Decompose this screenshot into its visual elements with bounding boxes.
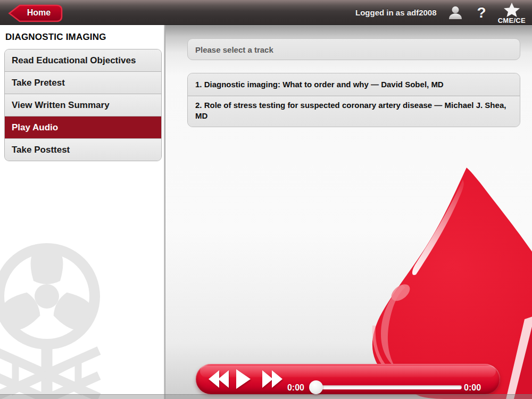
duration-time: 0:00 (464, 383, 491, 393)
track-list: 1. Diagnostic imaging: What to order and… (187, 73, 520, 127)
track-item-2[interactable]: 2. Role of stress testing for suspected … (188, 96, 520, 127)
watermark-emblem-icon (0, 248, 99, 399)
user-icon[interactable] (447, 5, 463, 21)
course-title: DIAGNOSTIC IMAGING (5, 32, 106, 43)
panel-divider (164, 25, 165, 399)
menu-item-view-summary[interactable]: View Written Summary (5, 94, 161, 117)
menu-item-read-objectives[interactable]: Read Educational Objectives (5, 49, 161, 72)
progress-thumb[interactable] (309, 380, 323, 394)
menu-item-play-audio[interactable]: Play Audio (5, 117, 161, 139)
progress-track[interactable] (316, 385, 462, 389)
play-icon (236, 369, 251, 389)
top-bar-right: Logged in as adf2008 ? CME/CE (355, 0, 529, 25)
logged-in-text: Logged in as adf2008 (355, 8, 437, 17)
star-icon (502, 3, 521, 17)
elapsed-time: 0:00 (281, 383, 304, 393)
question-mark-icon[interactable]: ? (477, 5, 486, 20)
menu-item-take-pretest[interactable]: Take Pretest (5, 72, 161, 94)
top-bar: Home Logged in as adf2008 ? (0, 0, 532, 25)
fast-forward-icon (262, 370, 282, 388)
cmece-button[interactable]: CME/CE (498, 0, 526, 25)
audio-player: 0:00 0:00 (196, 364, 500, 394)
course-menu: Read Educational Objectives Take Pretest… (4, 49, 162, 161)
app-screen: Home Logged in as adf2008 ? (0, 0, 532, 399)
menu-item-take-posttest[interactable]: Take Posttest (5, 139, 161, 161)
play-button[interactable] (236, 369, 251, 389)
track-prompt: Please select a track (187, 38, 520, 60)
rewind-icon (209, 370, 229, 388)
bottom-shadow (0, 394, 532, 399)
fast-forward-button[interactable] (262, 370, 282, 388)
cmece-label: CME/CE (498, 17, 526, 24)
rewind-button[interactable] (209, 370, 229, 388)
home-button-label: Home (20, 8, 57, 18)
track-item-1[interactable]: 1. Diagnostic imaging: What to order and… (188, 73, 520, 96)
main-panel: Please select a track 1. Diagnostic imag… (165, 25, 532, 399)
home-button[interactable]: Home (7, 4, 64, 22)
